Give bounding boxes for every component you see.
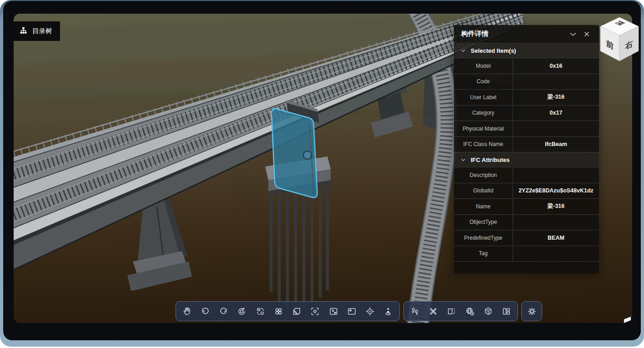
section-selected-items[interactable]: Selected Item(s) — [454, 43, 599, 58]
property-row: User Label 梁-316 — [454, 90, 599, 106]
property-value: 0x17 — [513, 106, 599, 121]
property-row: ObjectType — [454, 215, 599, 231]
globe-time-icon — [465, 306, 475, 317]
property-label: Physical Material — [454, 121, 513, 136]
pan-hand-icon — [182, 306, 192, 317]
property-value: IfcBeam — [513, 137, 599, 152]
property-label: ObjectType — [454, 215, 513, 230]
picture-in-picture-button[interactable] — [343, 302, 360, 320]
app-window: 目录树 构件详情 Selected Item(s) Model 0x16 Cod… — [0, 0, 644, 348]
section-ifc-attributes[interactable]: IFC Attributes — [454, 152, 599, 167]
property-row: GlobalId 2YZ2e$E8DAzu$oS48vK1dz — [454, 183, 599, 199]
picture-in-picture-icon — [347, 306, 357, 317]
measure-tools-button[interactable] — [424, 302, 442, 320]
redo-icon — [218, 306, 229, 317]
piles — [271, 184, 327, 312]
reset-view-icon — [236, 306, 247, 317]
section-title: Selected Item(s) — [471, 47, 516, 54]
selected-beam[interactable] — [272, 109, 317, 197]
property-value — [513, 246, 599, 262]
redo-button[interactable] — [215, 302, 232, 320]
panel-header: 构件详情 — [454, 25, 599, 43]
swap-windows-button[interactable] — [325, 302, 342, 320]
multi-view-button[interactable] — [270, 302, 287, 320]
zoom-to-selection-button[interactable] — [307, 302, 324, 320]
property-value: 梁-316 — [513, 199, 599, 214]
property-value — [513, 167, 599, 183]
section-cube-button[interactable] — [288, 302, 306, 320]
multi-view-clover-icon — [273, 306, 284, 317]
settings-toolbar — [521, 301, 542, 321]
main-toolbar — [176, 301, 400, 321]
close-panel-button[interactable] — [580, 27, 594, 41]
tools-toolbar — [403, 301, 518, 321]
dice-cube-button[interactable] — [480, 302, 497, 320]
property-label: Category — [454, 106, 513, 121]
tree-hierarchy-icon — [19, 26, 28, 37]
orbit-objects-icon — [255, 306, 266, 317]
reset-view-button[interactable] — [233, 302, 251, 320]
view-cube[interactable]: 顶 前 右 — [599, 15, 640, 64]
property-label: IFC Class Name — [454, 137, 513, 152]
property-row: Category 0x17 — [454, 106, 599, 121]
property-row: Model 0x16 — [454, 58, 599, 74]
collapse-panel-button[interactable] — [566, 27, 580, 41]
layout-blocks-icon — [501, 306, 512, 317]
panel-title: 构件详情 — [461, 30, 566, 38]
street-view-icon — [383, 306, 393, 317]
beam-handle[interactable] — [303, 151, 312, 159]
property-row: IFC Class Name IfcBeam — [454, 137, 599, 153]
property-row: Name 梁-316 — [454, 199, 599, 215]
left-pier — [127, 199, 192, 291]
property-label: GlobalId — [454, 183, 513, 199]
property-value — [513, 215, 599, 230]
clip-plane-icon — [446, 306, 457, 317]
property-label: Model — [454, 58, 513, 74]
globe-time-button[interactable] — [461, 302, 478, 320]
settings-gear-icon — [527, 306, 537, 317]
orbit-objects-button[interactable] — [252, 302, 269, 320]
component-details-panel: 构件详情 Selected Item(s) Model 0x16 Code Us… — [454, 25, 599, 273]
chevron-down-icon — [569, 30, 578, 39]
walk-mode-button[interactable] — [406, 302, 423, 320]
catalog-tree-label: 目录树 — [32, 27, 52, 35]
pan-tool-button[interactable] — [178, 302, 196, 320]
section-cube-icon — [292, 306, 302, 317]
chevron-down-icon — [460, 48, 466, 54]
property-value — [513, 121, 599, 136]
property-label: Description — [454, 167, 513, 183]
clip-plane-button[interactable] — [443, 302, 460, 320]
property-row: Description — [454, 167, 599, 183]
chevron-down-icon — [460, 157, 466, 163]
property-value — [513, 74, 599, 90]
walk-footprints-icon — [410, 306, 420, 317]
property-value: 梁-316 — [513, 90, 599, 105]
measure-cross-icon — [428, 306, 438, 317]
property-label: User Label — [454, 90, 513, 105]
swap-windows-icon — [328, 306, 339, 317]
layout-blocks-button[interactable] — [498, 302, 515, 320]
property-row: PredefinedType BEAM — [454, 230, 599, 246]
property-value: BEAM — [513, 230, 599, 246]
property-label: PredefinedType — [454, 230, 513, 246]
property-row: Code — [454, 74, 599, 90]
locate-button[interactable] — [362, 302, 379, 320]
section-title: IFC Attributes — [471, 156, 509, 163]
undo-icon — [200, 306, 211, 317]
zoom-to-selection-icon — [310, 306, 320, 317]
street-view-button[interactable] — [380, 302, 397, 320]
property-value: 2YZ2e$E8DAzu$oS48vK1dz — [513, 183, 599, 199]
property-row: Tag — [454, 246, 599, 262]
undo-button[interactable] — [196, 302, 214, 320]
catalog-tree-button[interactable]: 目录树 — [14, 21, 60, 41]
close-icon — [583, 30, 591, 38]
property-label: Tag — [454, 246, 513, 262]
property-label: Code — [454, 74, 513, 90]
locate-crosshair-icon — [365, 306, 375, 317]
property-row: Physical Material — [454, 121, 599, 137]
property-label: Name — [454, 199, 513, 214]
property-value: 0x16 — [513, 58, 599, 74]
dice-cube-icon — [483, 306, 493, 317]
settings-button[interactable] — [524, 302, 539, 320]
